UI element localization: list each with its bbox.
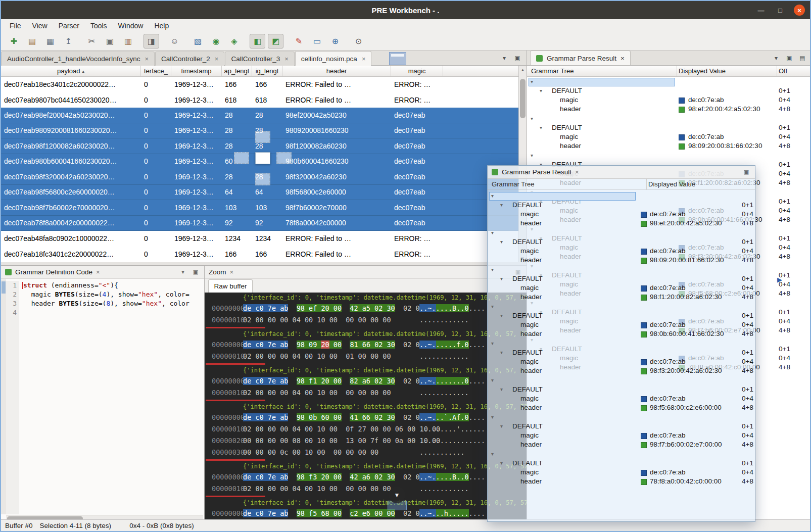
tree-default-row[interactable]: ▾DEFAULT0+1: [488, 349, 755, 358]
hex-line[interactable]: 0000002000 00 00 00 08 00 10 00 13 00 7f…: [205, 435, 527, 447]
expander-icon[interactable]: ▾: [491, 267, 494, 272]
run-parser-button[interactable]: ☺: [167, 34, 182, 49]
tab-cellinfo_nosim.pca[interactable]: cellinfo_nosim.pca×: [295, 51, 372, 66]
hex-line[interactable]: 00000000de c0 7e ab 98 f5 68 00 c2 e6 00…: [205, 508, 527, 519]
column-header-ig_lengt[interactable]: ig_lengt: [252, 66, 282, 76]
tab-close-icon[interactable]: ×: [362, 55, 366, 63]
expander-icon[interactable]: ▾: [531, 79, 533, 84]
table-row[interactable]: dec07eab18ec3401c2c20000022…01969-12-3…1…: [1, 77, 518, 92]
hex-line[interactable]: 00000000de c0 7e ab 98 09 20 00 81 66 02…: [205, 339, 527, 351]
tab-float-icon[interactable]: ▣: [512, 53, 522, 63]
tab-raw-buffer[interactable]: Raw buffer: [208, 279, 253, 293]
hex-line[interactable]: 0000001002 00 00 00 04 00 10 00 00 00 00…: [205, 483, 527, 495]
tree-header-row[interactable]: header98:ef:20:00:42:a5:02:304+8: [488, 219, 755, 228]
tree-node-row[interactable]: ▾: [488, 340, 755, 349]
hex-line[interactable]: 00000000de c0 7e ab 98 f1 20 00 82 a6 02…: [205, 375, 527, 387]
table-row[interactable]: dec07eab98ef200042a50230020…01969-12-3…2…: [1, 108, 518, 123]
menu-window[interactable]: Window: [113, 20, 149, 31]
tree-node-row[interactable]: ▾: [527, 152, 811, 161]
parse-result-button[interactable]: ◧: [250, 34, 265, 49]
menu-view[interactable]: View: [27, 20, 53, 31]
tree-magic-row[interactable]: magicde:c0:7e:ab0+4: [488, 358, 755, 367]
zoom-panel-title[interactable]: Zoom × ▣: [205, 266, 527, 279]
menu-tools[interactable]: Tools: [85, 20, 113, 31]
tree-default-row[interactable]: ▾DEFAULT0+1: [527, 87, 811, 96]
scroll-up-icon[interactable]: ▲: [519, 66, 527, 73]
panel-float-icon[interactable]: ▣: [191, 268, 200, 277]
hex-line[interactable]: 00000000de c0 7e ab 98 f3 20 00 42 a6 02…: [205, 471, 527, 483]
table-row[interactable]: dec07eab98f7b60002e70000020…01969-12-3…1…: [1, 200, 518, 216]
tree-default-row[interactable]: ▾DEFAULT0+1: [488, 385, 755, 395]
tree-magic-row[interactable]: magicde:c0:7e:ab0+4: [488, 321, 755, 330]
tree-node-row[interactable]: ▾: [488, 450, 755, 459]
column-offset[interactable]: Off: [779, 67, 787, 75]
tree-node-row[interactable]: ▾: [527, 115, 811, 124]
print-preview-button[interactable]: ◨: [144, 34, 159, 49]
hex-line[interactable]: 00000000de c0 7e ab 98 ef 20 00 42 a5 02…: [205, 303, 527, 314]
close-icon[interactable]: ×: [794, 5, 805, 16]
panel-menu-icon[interactable]: ▾: [178, 268, 187, 277]
tree-default-row[interactable]: ▾DEFAULT0+1: [488, 312, 755, 321]
expander-icon[interactable]: ▾: [491, 414, 494, 420]
tree-node-row[interactable]: ▾: [488, 266, 755, 275]
tree-node-row[interactable]: ▾: [488, 229, 755, 238]
parse-tree-button[interactable]: ◩: [268, 34, 283, 49]
column-header-terface_[interactable]: terface_: [141, 66, 171, 76]
table-row[interactable]: dec07eab78f8a00042c00000022…01969-12-3…9…: [1, 216, 518, 231]
tree-default-row[interactable]: ▾DEFAULT0+1: [488, 459, 755, 468]
expander-icon[interactable]: ▾: [531, 116, 533, 121]
expander-icon[interactable]: ▾: [491, 377, 494, 383]
column-header-header[interactable]: header: [282, 66, 391, 76]
tree-header-row[interactable]: header98:f7:b6:00:02:e7:00:004+8: [488, 441, 755, 450]
tree-node-row[interactable]: ▾: [527, 78, 811, 87]
tree-default-row[interactable]: ▾DEFAULT0+1: [488, 275, 755, 284]
expander-icon[interactable]: ▾: [491, 230, 494, 235]
hex-line[interactable]: 0000001002 00 00 00 04 00 10 00 00 00 00…: [205, 387, 527, 399]
expander-icon[interactable]: ▾: [500, 350, 503, 355]
screenshot-button[interactable]: ▧: [190, 34, 206, 49]
floating-panel-title[interactable]: Grammar Parse Result × ▣: [488, 166, 755, 179]
tree-magic-row[interactable]: magicde:c0:7e:ab0+4: [488, 431, 755, 441]
table-row[interactable]: dec07eab9807bc0441650230020…01969-12-3…6…: [1, 92, 518, 108]
tab-grammar-parse-result[interactable]: Grammar Parse Result ×: [530, 51, 631, 65]
expander-icon[interactable]: ▾: [500, 313, 503, 318]
menu-file[interactable]: File: [4, 20, 27, 31]
panel-button[interactable]: ▭: [309, 34, 325, 49]
tab-AudioController_1_handleVocoderInfo_sync[interactable]: AudioController_1_handleVocoderInfo_sync…: [1, 52, 155, 66]
panel-dock-icon[interactable]: ▤: [797, 53, 807, 63]
column-header-payload[interactable]: payload▴: [1, 66, 141, 76]
new-file-button[interactable]: ✚: [6, 34, 22, 49]
debug-run-button[interactable]: ◉: [208, 34, 224, 49]
tree-node-row[interactable]: ▾: [488, 303, 755, 312]
tree-magic-row[interactable]: magicde:c0:7e:ab0+4: [488, 468, 755, 477]
expander-icon[interactable]: ▾: [500, 239, 503, 245]
export-button[interactable]: ↥: [61, 34, 76, 49]
menu-help[interactable]: Help: [149, 20, 174, 31]
hex-line[interactable]: 00000000de c0 7e ab 98 0b 60 00 41 66 02…: [205, 412, 527, 423]
expander-icon[interactable]: ▾: [491, 304, 494, 309]
expander-icon[interactable]: ▾: [531, 153, 533, 158]
expander-icon[interactable]: ▾: [500, 202, 503, 208]
scroll-down-overlay-icon[interactable]: ▼: [389, 487, 405, 503]
menu-parser[interactable]: Parser: [53, 20, 85, 31]
panel-menu-icon[interactable]: ▾: [771, 53, 781, 63]
column-header-ap_lengt[interactable]: ap_lengt: [222, 66, 252, 76]
tab-list-dropdown-icon[interactable]: ▾: [499, 53, 509, 63]
scrollbar-thumb[interactable]: [520, 79, 526, 118]
expander-icon[interactable]: ▾: [540, 125, 542, 130]
expander-icon[interactable]: ▾: [500, 276, 503, 281]
panel-float-icon[interactable]: ▣: [742, 168, 751, 177]
column-displayed-value[interactable]: Displayed Value: [648, 180, 695, 188]
tree-default-row[interactable]: ▾DEFAULT0+1: [488, 238, 755, 247]
column-grammar-tree[interactable]: Grammar Tree: [492, 180, 535, 188]
search-button[interactable]: ⊙: [351, 34, 366, 49]
tree-magic-row[interactable]: magicde:c0:7e:ab0+4: [488, 247, 755, 256]
tree-magic-row[interactable]: magicde:c0:7e:ab0+4: [488, 210, 755, 219]
column-displayed-value[interactable]: Displayed Value: [679, 67, 726, 75]
expander-icon[interactable]: ▾: [500, 386, 503, 392]
tree-header-row[interactable]: header78:f8:a0:00:42:c0:00:004+8: [488, 477, 755, 487]
tree-magic-row[interactable]: magicde:c0:7e:ab0+4: [488, 395, 755, 404]
table-row[interactable]: dec07eab18fc3401c2c20000022…01969-12-3…1…: [1, 247, 518, 262]
column-header-timestamp[interactable]: timestamp: [171, 66, 222, 76]
tree-node-row[interactable]: ▾: [488, 192, 755, 201]
